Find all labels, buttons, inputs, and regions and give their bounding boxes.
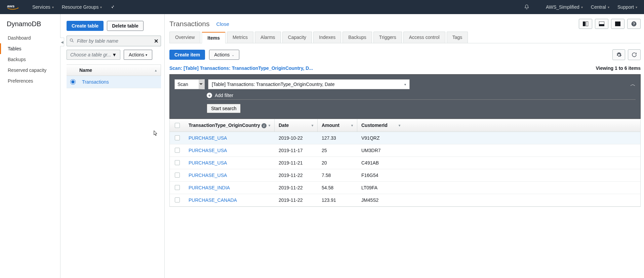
row-checkbox[interactable]	[175, 135, 180, 140]
column-header-amount[interactable]: Amount▾	[318, 119, 357, 132]
nav-account-label: AWS_Simplified	[546, 4, 579, 10]
item-primary-key[interactable]: PURCHASE_CANADA	[189, 197, 237, 203]
tab-items[interactable]: Items	[202, 32, 226, 43]
svg-rect-6	[599, 24, 604, 26]
items-actions-button[interactable]: Actions⌄	[209, 50, 239, 60]
collapse-scan-icon[interactable]: ︿	[630, 81, 636, 88]
tab-triggers[interactable]: Triggers	[373, 32, 402, 43]
row-checkbox[interactable]	[175, 197, 180, 202]
pin-icon[interactable]	[110, 5, 115, 9]
item-customerid: JM45S2	[357, 194, 404, 206]
svg-text:aws: aws	[7, 4, 15, 8]
help-icon[interactable]: ?	[627, 19, 641, 29]
item-row[interactable]: PURCHASE_USA2019-11-1725UM3DR7	[170, 144, 640, 157]
sidebar-item-dashboard[interactable]: Dashboard	[0, 33, 60, 43]
sidebar-item-tables[interactable]: Tables	[0, 43, 60, 54]
table-detail-panel: Transactions Close ? OverviewItemsMetric…	[165, 14, 644, 278]
nav-support[interactable]: Support▾	[617, 4, 637, 10]
row-checkbox[interactable]	[175, 185, 180, 190]
caret-down-icon: ▾	[146, 53, 147, 57]
item-amount: 20	[318, 157, 357, 169]
svg-text:?: ?	[633, 22, 635, 26]
column-header-primary[interactable]: TransactionType_OriginCountryi▾	[185, 119, 275, 132]
nav-support-label: Support	[617, 4, 634, 10]
start-search-button[interactable]: Start search	[207, 104, 241, 113]
tables-actions-label: Actions	[129, 52, 144, 57]
nav-resource-groups-label: Resource Groups	[62, 4, 99, 10]
table-group-select[interactable]: Choose a table gr...▼	[67, 50, 120, 60]
info-icon[interactable]: i	[261, 123, 267, 128]
item-row[interactable]: PURCHASE_USA2019-11-227.58F16G54	[170, 169, 640, 182]
radio-selected-icon[interactable]	[71, 80, 75, 84]
tab-alarms[interactable]: Alarms	[255, 32, 281, 43]
column-header-date[interactable]: Date▾	[275, 119, 318, 132]
tab-capacity[interactable]: Capacity	[282, 32, 312, 43]
collapse-sidebar-icon[interactable]: ◀	[60, 38, 64, 46]
scan-index-select[interactable]: [Table] Transactions: TransactionType_Or…	[208, 79, 410, 89]
tables-panel: Create table Delete table ✕ Choose a tab…	[61, 14, 165, 278]
layout-full-icon[interactable]	[611, 19, 625, 29]
item-amount: 54.58	[318, 182, 357, 194]
search-icon	[69, 38, 74, 44]
filter-tables-input[interactable]	[67, 36, 161, 46]
item-primary-key[interactable]: PURCHASE_INDIA	[189, 185, 230, 190]
create-table-button[interactable]: Create table	[67, 21, 104, 31]
sidebar-item-reserved-capacity[interactable]: Reserved capacity	[0, 65, 60, 76]
nav-account[interactable]: AWS_Simplified▾	[546, 4, 583, 10]
item-row[interactable]: PURCHASE_USA2019-11-2120C491AB	[170, 157, 640, 169]
notifications-icon[interactable]	[524, 4, 538, 10]
close-link[interactable]: Close	[216, 21, 229, 27]
create-item-button[interactable]: Create item	[169, 50, 205, 60]
add-filter-label: Add filter	[215, 93, 233, 98]
caret-down-icon: ▾	[404, 83, 406, 86]
item-amount: 127.33	[318, 132, 357, 144]
item-primary-key[interactable]: PURCHASE_USA	[189, 148, 227, 153]
clear-filter-icon[interactable]: ✕	[154, 38, 158, 44]
caret-down-icon: ⌄	[232, 53, 234, 57]
tab-overview[interactable]: Overview	[169, 32, 200, 43]
table-name-link[interactable]: Transactions	[82, 79, 109, 85]
item-date: 2019-11-22	[275, 182, 318, 194]
sort-icon: ▾	[312, 124, 313, 127]
item-row[interactable]: PURCHASE_USA2019-10-22127.33V91QRZ	[170, 132, 640, 144]
svg-rect-7	[615, 21, 620, 26]
nav-resource-groups[interactable]: Resource Groups▾	[62, 4, 102, 10]
caret-down-icon: ▾	[608, 5, 609, 9]
column-header-customerid[interactable]: CustomerId▾	[357, 119, 404, 132]
items-actions-label: Actions	[214, 52, 230, 57]
nav-services[interactable]: Services▾	[32, 4, 54, 10]
tables-actions-button[interactable]: Actions ▾	[124, 50, 152, 60]
row-checkbox[interactable]	[175, 148, 180, 153]
item-row[interactable]: PURCHASE_CANADA2019-11-22123.91JM45S2	[170, 194, 640, 206]
tab-indexes[interactable]: Indexes	[313, 32, 341, 43]
refresh-icon[interactable]	[628, 49, 641, 60]
select-all-checkbox[interactable]	[175, 123, 180, 128]
tab-tags[interactable]: Tags	[447, 32, 468, 43]
tables-list-header[interactable]: Name ▴	[67, 64, 161, 76]
add-filter-button[interactable]: + Add filter	[207, 93, 636, 100]
layout-bottom-icon[interactable]	[595, 19, 608, 29]
tab-metrics[interactable]: Metrics	[227, 32, 253, 43]
row-checkbox[interactable]	[175, 173, 180, 178]
item-primary-key[interactable]: PURCHASE_USA	[189, 135, 227, 141]
item-amount: 7.58	[318, 169, 357, 181]
scan-mode-select[interactable]: Scan	[174, 79, 205, 89]
nav-region[interactable]: Central▾	[591, 4, 609, 10]
tab-access-control[interactable]: Access control	[403, 32, 445, 43]
settings-icon[interactable]	[612, 49, 625, 60]
item-primary-key[interactable]: PURCHASE_USA	[189, 173, 227, 178]
table-row[interactable]: Transactions	[67, 76, 161, 88]
row-checkbox[interactable]	[175, 160, 180, 165]
item-row[interactable]: PURCHASE_INDIA2019-11-2254.58LT09FA	[170, 182, 640, 194]
sidebar-item-preferences[interactable]: Preferences	[0, 76, 60, 86]
tab-backups[interactable]: Backups	[343, 32, 372, 43]
sidebar-item-backups[interactable]: Backups	[0, 54, 60, 65]
scan-summary-text[interactable]: Scan: [Table] Transactions: TransactionT…	[169, 65, 313, 71]
column-label: CustomerId	[361, 123, 388, 128]
layout-split-icon[interactable]	[579, 19, 592, 29]
item-customerid: F16G54	[357, 169, 404, 181]
item-primary-key[interactable]: PURCHASE_USA	[189, 160, 227, 166]
aws-logo[interactable]: aws	[7, 3, 22, 11]
delete-table-button[interactable]: Delete table	[107, 21, 144, 31]
item-date: 2019-11-17	[275, 144, 318, 156]
